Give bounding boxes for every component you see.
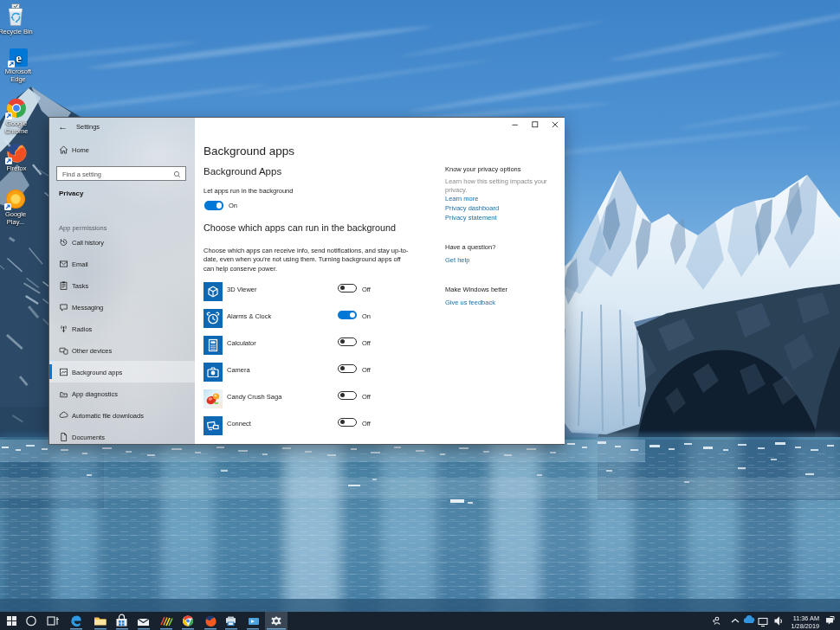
svg-text:e: e — [16, 51, 22, 65]
svg-text:1/28/2019: 1/28/2019 — [792, 622, 819, 630]
